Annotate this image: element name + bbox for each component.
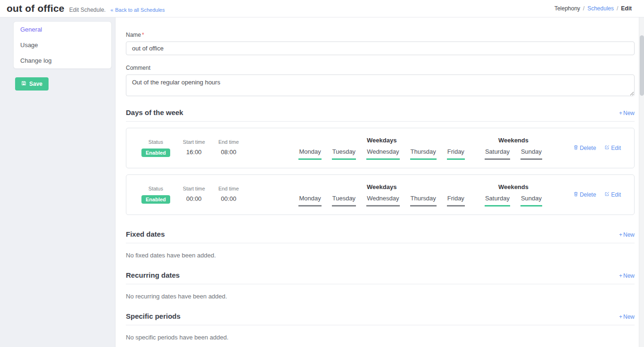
day-friday: Friday: [447, 195, 465, 207]
plus-icon: +: [619, 110, 622, 116]
weekdays-row: Monday Tuesday Wednesday Thursday Friday: [298, 195, 464, 207]
schedule-actions: Delete Edit: [573, 191, 621, 198]
edit-button[interactable]: Edit: [604, 145, 621, 151]
section-divider: [126, 325, 635, 325]
specific-periods-section-head: Specific periods +New: [126, 312, 635, 320]
end-time-value: 08:00: [221, 149, 237, 156]
day-friday: Friday: [447, 148, 465, 160]
day-sunday: Sunday: [520, 195, 542, 207]
start-time-column: Start time 00:00: [183, 186, 205, 202]
back-to-schedules-link[interactable]: «Back to all Schedules: [110, 7, 165, 13]
day-tuesday: Tuesday: [332, 148, 356, 160]
specific-periods-new-button[interactable]: +New: [619, 314, 635, 320]
specific-periods-title: Specific periods: [126, 312, 181, 320]
save-icon: [21, 81, 26, 87]
schedule-card: Status Enabled Start time 16:00 End time…: [126, 128, 635, 168]
weekends-group: Weekends Saturday Sunday: [485, 183, 542, 207]
edit-icon: [604, 145, 610, 151]
day-groups: Weekdays Monday Tuesday Wednesday Thursd…: [270, 183, 542, 207]
name-label: Name*: [126, 32, 635, 38]
breadcrumb-separator: /: [617, 5, 618, 12]
schedule-actions: Delete Edit: [573, 145, 621, 151]
weekdays-title: Weekdays: [367, 183, 396, 190]
trash-icon: [573, 191, 578, 198]
status-badge: Enabled: [141, 195, 170, 204]
weekdays-title: Weekdays: [367, 137, 396, 144]
days-new-button[interactable]: +New: [619, 110, 635, 116]
weekends-row: Saturday Sunday: [485, 148, 542, 160]
main-content: Name* Comment Out of the regular opening…: [116, 17, 644, 347]
day-saturday: Saturday: [485, 148, 510, 160]
schedule-card: Status Enabled Start time 00:00 End time…: [126, 174, 635, 215]
name-input[interactable]: [126, 41, 635, 55]
fixed-dates-new-button[interactable]: +New: [619, 231, 635, 238]
plus-icon: +: [619, 273, 622, 279]
plus-icon: +: [619, 231, 622, 238]
day-thursday: Thursday: [410, 148, 437, 160]
sidebar-item-change-log[interactable]: Change log: [14, 53, 111, 68]
recurring-dates-title: Recurring dates: [126, 271, 180, 279]
day-wednesday: Wednesday: [366, 195, 399, 207]
weekends-title: Weekends: [498, 183, 528, 190]
name-field-block: Name*: [126, 32, 635, 55]
section-divider: [126, 243, 635, 243]
start-time-column: Start time 16:00: [183, 139, 205, 156]
weekdays-row: Monday Tuesday Wednesday Thursday Friday: [298, 148, 464, 160]
status-column: Status Enabled: [141, 139, 170, 157]
specific-periods-empty-text: No specific periods have been added.: [126, 334, 635, 341]
required-asterisk: *: [142, 32, 144, 38]
comment-field-block: Comment Out of the regular opening hours: [126, 65, 635, 96]
status-label: Status: [149, 139, 163, 145]
day-sunday: Sunday: [520, 148, 542, 160]
status-badge: Enabled: [141, 149, 170, 157]
section-divider: [126, 284, 635, 284]
scrollbar-thumb[interactable]: [640, 35, 644, 96]
scrollbar-track[interactable]: [639, 17, 644, 347]
day-monday: Monday: [298, 148, 321, 160]
delete-button[interactable]: Delete: [573, 191, 596, 198]
breadcrumb: Telephony / Schedules / Edit: [554, 5, 636, 12]
fixed-dates-section-head: Fixed dates +New: [126, 230, 635, 238]
page-subtitle: Edit Schedule.: [69, 7, 106, 13]
end-time-label: End time: [218, 186, 239, 191]
fixed-dates-title: Fixed dates: [126, 230, 165, 238]
save-button-label: Save: [29, 81, 42, 87]
recurring-dates-section-head: Recurring dates +New: [126, 271, 635, 279]
weekdays-group: Weekdays Monday Tuesday Wednesday Thursd…: [298, 137, 464, 160]
sidebar: General Usage Change log Save: [0, 17, 116, 347]
days-section-head: Days of the week +New: [126, 108, 635, 116]
save-button[interactable]: Save: [15, 77, 49, 91]
day-thursday: Thursday: [410, 195, 437, 207]
recurring-dates-new-button[interactable]: +New: [619, 273, 635, 279]
breadcrumb-telephony: Telephony: [554, 5, 580, 12]
weekends-title: Weekends: [498, 137, 528, 144]
end-time-column: End time 08:00: [218, 139, 239, 156]
sidebar-item-general[interactable]: General: [14, 22, 111, 37]
day-monday: Monday: [298, 195, 321, 207]
days-section-title: Days of the week: [126, 108, 183, 116]
breadcrumb-edit: Edit: [621, 5, 632, 12]
day-groups: Weekdays Monday Tuesday Wednesday Thursd…: [270, 137, 542, 160]
end-time-label: End time: [218, 139, 239, 145]
sidebar-nav-card: General Usage Change log: [13, 21, 112, 69]
end-time-column: End time 00:00: [218, 186, 239, 202]
start-time-value: 16:00: [186, 149, 202, 156]
recurring-dates-empty-text: No recurring dates have been added.: [126, 293, 635, 300]
fixed-dates-empty-text: No fixed dates have been added.: [126, 252, 635, 259]
sidebar-item-usage[interactable]: Usage: [14, 37, 111, 53]
schedule-stats: Status Enabled Start time 16:00 End time…: [141, 139, 239, 157]
comment-label: Comment: [126, 65, 635, 71]
page-header: out of office Edit Schedule. «Back to al…: [0, 0, 644, 17]
page-title: out of office: [7, 3, 65, 14]
start-time-label: Start time: [183, 186, 205, 191]
delete-button[interactable]: Delete: [573, 145, 596, 151]
edit-button[interactable]: Edit: [604, 191, 621, 198]
plus-icon: +: [619, 314, 622, 320]
breadcrumb-schedules-link[interactable]: Schedules: [587, 5, 614, 12]
schedule-stats: Status Enabled Start time 00:00 End time…: [141, 186, 239, 204]
comment-textarea[interactable]: Out of the regular opening hours: [126, 74, 635, 96]
back-link-label: Back to all Schedules: [115, 7, 165, 13]
start-time-label: Start time: [183, 139, 205, 145]
day-tuesday: Tuesday: [332, 195, 356, 207]
day-saturday: Saturday: [485, 195, 510, 207]
